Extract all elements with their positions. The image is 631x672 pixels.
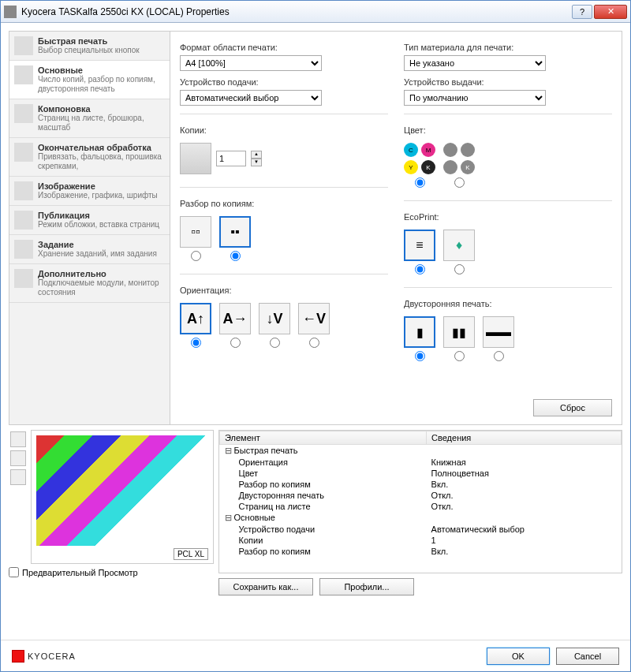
divider [404,200,612,201]
copies-label: Копии: [180,125,388,135]
preview-checkbox[interactable] [9,567,19,577]
output-label: Устройство выдачи: [404,77,612,87]
close-button[interactable]: ✕ [594,5,627,19]
orient-portrait[interactable]: A↑ [180,303,211,348]
table-row: Разбор по копиямВкл. [220,546,622,557]
preview-tab-2[interactable] [10,450,26,466]
divider [180,114,388,114]
preview-area: PCL XL [31,430,214,564]
sidebar-item-layout[interactable]: КомпоновкаСтраниц на листе, брошюра, мас… [9,99,170,138]
settings-table[interactable]: Элемент Сведения Быстрая печать Ориентац… [218,430,622,573]
collate-off[interactable]: ▫▫ [180,216,211,261]
orient-portrait-rot[interactable]: ↓V [259,303,290,348]
sidebar-item-publication[interactable]: ПубликацияРежим обложки, вставка страниц [9,206,170,235]
orient-landscape-rot[interactable]: ←V [298,303,330,348]
col-value[interactable]: Сведения [427,431,622,445]
divider [404,287,612,288]
publication-icon [14,211,33,230]
divider [404,114,612,114]
eco-on-icon: ♦ [443,230,475,261]
col-element[interactable]: Элемент [220,431,427,445]
right-column: Тип материала для печати: Не указано Уст… [404,39,612,416]
profile-buttons: Сохранить как... Профили... [218,578,622,595]
print-area-select[interactable]: A4 [100%] [180,55,322,71]
ecoprint-options: ≡ ♦ [404,230,612,274]
table-row: Двусторонняя печатьОткл. [220,490,622,501]
duplex-short-icon: ▬▬ [483,316,514,348]
eco-off[interactable]: ≡ [404,230,435,274]
sidebar: Быстрая печатьВыбор специальных кнопок О… [9,31,170,425]
feed-select[interactable]: Автоматический выбор [180,90,322,106]
print-area-label: Формат области печати: [180,43,388,52]
copies-down[interactable]: ▼ [251,159,262,166]
lower-pane: PCL XL Предварительный Просмотр Элемент … [9,430,622,595]
color-mono[interactable]: K [443,143,475,188]
cmyk-icon: CMYK [404,143,435,174]
orient-landscape[interactable]: A→ [219,303,251,348]
sidebar-item-basic[interactable]: ОсновныеЧисло копий, разбор по копиям, д… [9,61,170,99]
media-label: Тип материала для печати: [404,43,612,52]
pdl-badge: PCL XL [174,548,208,560]
collate-on[interactable]: ▪▪ [219,216,251,261]
preview-image [36,435,208,546]
preview-checkbox-label: Предварительный Просмотр [22,568,138,577]
main-panel: Формат области печати: A4 [100%] Устройс… [170,31,622,425]
grayscale-icon: K [443,143,475,174]
left-column: Формат области печати: A4 [100%] Устройс… [180,39,388,416]
basic-icon [14,65,33,84]
preview-tab-3[interactable] [10,469,26,485]
color-label: Цвет: [404,125,612,135]
duplex-off-icon: ▮ [404,316,435,348]
eco-off-icon: ≡ [404,230,435,261]
duplex-label: Двусторонняя печать: [404,299,612,308]
collate-on-icon: ▪▪ [219,216,251,248]
cancel-button[interactable]: Cancel [556,648,619,665]
copies-spinner: ▲▼ [180,143,388,174]
output-select[interactable]: По умолчанию [404,90,546,106]
brand-text: KYOCERA [28,651,76,661]
group-quickprint[interactable]: Быстрая печать [220,445,622,457]
duplex-short[interactable]: ▬▬ [483,316,514,361]
reset-button[interactable]: Сброс [533,399,612,416]
properties-window: Kyocera TASKalfa 2550ci KX (LOCAL) Prope… [0,0,631,672]
copies-input[interactable] [216,151,246,166]
content: Быстрая печатьВыбор специальных кнопок О… [1,23,630,640]
divider [180,274,388,274]
ok-button[interactable]: OK [487,648,550,665]
table-row: Устройство подачиАвтоматический выбор [220,524,622,535]
ecoprint-label: EcoPrint: [404,212,612,222]
table-row: ЦветПолноцветная [220,468,622,479]
eco-on[interactable]: ♦ [443,230,475,274]
media-select[interactable]: Не указано [404,55,546,71]
finishing-icon [14,143,33,162]
feed-label: Устройство подачи: [180,77,388,87]
layout-icon [14,104,33,123]
sidebar-item-job[interactable]: ЗаданиеХранение заданий, имя задания [9,235,170,264]
preview-checkbox-row[interactable]: Предварительный Просмотр [9,567,214,577]
window-title: Kyocera TASKalfa 2550ci KX (LOCAL) Prope… [21,6,570,17]
preview-pane: PCL XL Предварительный Просмотр [9,430,214,595]
duplex-long[interactable]: ▮▮ [443,316,475,361]
collate-options: ▫▫ ▪▪ [180,216,388,261]
kyocera-logo-icon [12,650,24,663]
table-row: Страниц на листеОткл. [220,501,622,512]
help-button[interactable]: ? [572,5,592,19]
save-as-button[interactable]: Сохранить как... [218,578,313,595]
collate-off-icon: ▫▫ [180,216,211,248]
job-icon [14,240,33,259]
titlebar: Kyocera TASKalfa 2550ci KX (LOCAL) Prope… [1,1,630,23]
preview-tab-1[interactable] [10,431,26,447]
profiles-button[interactable]: Профили... [319,578,414,595]
duplex-off[interactable]: ▮ [404,316,435,361]
group-basic[interactable]: Основные [220,512,622,524]
table-row: Копии1 [220,535,622,546]
color-full[interactable]: CMYK [404,143,435,188]
sidebar-item-quickprint[interactable]: Быстрая печатьВыбор специальных кнопок [9,32,170,61]
sidebar-item-image[interactable]: ИзображениеИзображение, графика, шрифты [9,177,170,206]
sidebar-item-finishing[interactable]: Окончательная обработкаПривязать, фальцо… [9,138,170,177]
advanced-icon [14,269,33,288]
orientation-options: A↑ A→ ↓V ←V [180,303,388,348]
copies-up[interactable]: ▲ [251,151,262,159]
duplex-long-icon: ▮▮ [443,316,475,348]
sidebar-item-advanced[interactable]: ДополнительноПодключаемые модули, монито… [9,264,170,303]
